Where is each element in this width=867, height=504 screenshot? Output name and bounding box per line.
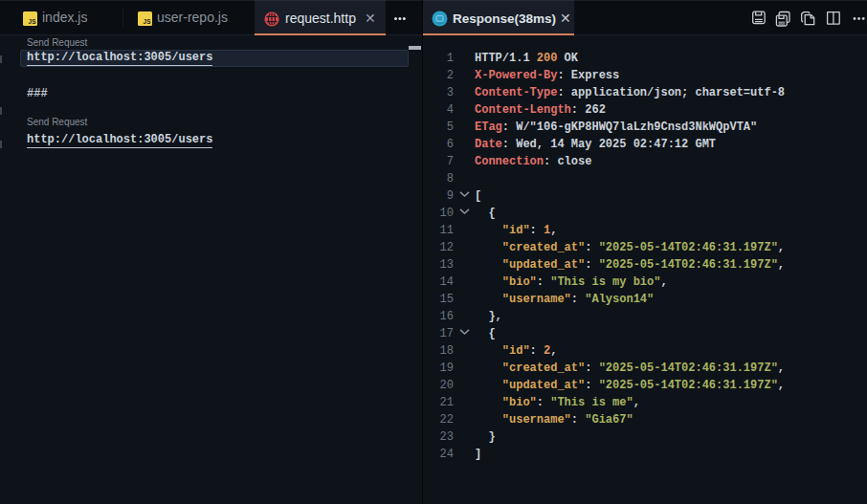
svg-text:JS: JS: [144, 18, 152, 25]
svg-text:JS: JS: [29, 18, 37, 25]
